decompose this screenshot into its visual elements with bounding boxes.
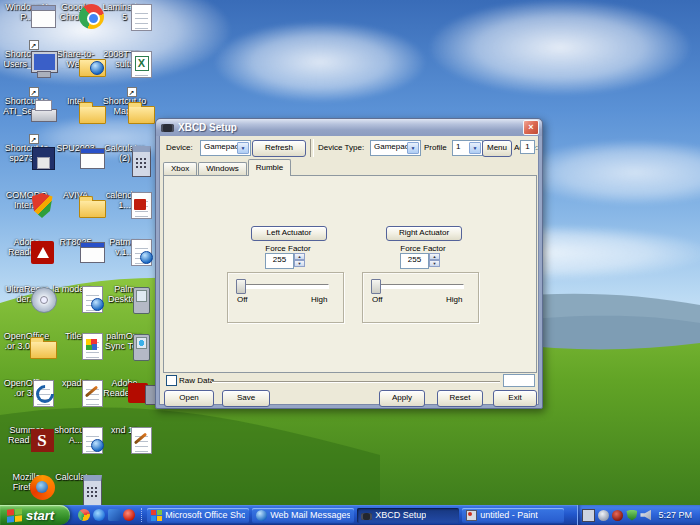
quicklaunch-opera-icon[interactable] bbox=[123, 509, 135, 521]
windows-logo-icon bbox=[7, 508, 22, 522]
icon-calculator-2[interactable]: Calculator (2) bbox=[101, 144, 148, 190]
spin-down-icon[interactable]: ▼ bbox=[429, 260, 440, 267]
gamepad-icon bbox=[161, 124, 174, 132]
icon-aviva-folder[interactable]: AVIVA bbox=[52, 191, 99, 237]
icon-xpad-3[interactable]: xpad 3 bbox=[52, 379, 99, 425]
taskbar: start Microsoft Office Shor... Web Mail … bbox=[0, 505, 700, 525]
icon-openoffice-30[interactable]: OpenOffice.or 3.0 bbox=[3, 379, 50, 425]
icon-calculator[interactable]: Calculator bbox=[52, 473, 99, 505]
spin-down-icon[interactable]: ▼ bbox=[294, 260, 305, 267]
right-slider-min-label: Off bbox=[372, 295, 383, 304]
icon-rt8025[interactable]: RT8025 bbox=[52, 238, 99, 284]
shortcut-arrow-icon bbox=[29, 87, 39, 97]
right-actuator-button[interactable]: Right Actuator bbox=[386, 226, 462, 241]
tray-volume-icon[interactable] bbox=[640, 510, 651, 521]
left-force-factor-spinner[interactable]: ▲▼ bbox=[294, 253, 305, 267]
left-slider-min-label: Off bbox=[237, 295, 248, 304]
tray-antivirus-icon[interactable] bbox=[612, 510, 623, 521]
right-slider-max-label: High bbox=[446, 295, 462, 304]
titlebar[interactable]: XBCD Setup × bbox=[156, 119, 542, 136]
start-button[interactable]: start bbox=[0, 505, 70, 525]
refresh-button[interactable]: Refresh bbox=[252, 140, 306, 157]
task-paint[interactable]: untitled - Paint bbox=[462, 508, 564, 523]
raw-data-checkbox[interactable] bbox=[166, 375, 177, 386]
footer-divider bbox=[212, 381, 500, 383]
status-box bbox=[503, 374, 535, 387]
exit-button[interactable]: Exit bbox=[493, 390, 537, 407]
tray-display-icon[interactable] bbox=[582, 509, 595, 522]
tab-windows[interactable]: Windows bbox=[198, 162, 246, 175]
left-force-factor-label: Force Factor bbox=[258, 244, 318, 253]
apply-button[interactable]: Apply bbox=[379, 390, 425, 407]
quicklaunch-chrome-icon[interactable] bbox=[78, 509, 90, 521]
icon-comodo-internet[interactable]: COMODO Inter... bbox=[3, 191, 50, 237]
left-force-factor-value[interactable]: 255 bbox=[265, 253, 294, 269]
task-label: Microsoft Office Shor... bbox=[165, 510, 245, 520]
left-rumble-slider[interactable] bbox=[237, 284, 329, 289]
icon-shortcut-users[interactable]: Shortcut to Users_000... bbox=[3, 50, 50, 96]
menu-button[interactable]: Menu bbox=[482, 140, 512, 157]
system-tray: 5:27 PM bbox=[577, 505, 700, 525]
icon-shortcut-sp27303[interactable]: Shortcut to sp27303 bbox=[3, 144, 50, 190]
icon-windows-app[interactable]: WindowsXP... bbox=[3, 3, 50, 49]
taskbar-clock: 5:27 PM bbox=[658, 510, 692, 520]
icon-xpad-12[interactable]: xnd 12 bbox=[101, 426, 148, 472]
icon-ultrarecorder[interactable]: UltraRecorder... bbox=[3, 285, 50, 331]
right-force-factor-value[interactable]: 255 bbox=[400, 253, 429, 269]
task-office-shortcut[interactable]: Microsoft Office Shor... bbox=[147, 508, 249, 523]
icon-2008ttresults[interactable]: 2008TTResults bbox=[101, 50, 148, 96]
task-xbcd-setup[interactable]: XBCD Setup bbox=[357, 508, 459, 523]
icon-calendar-1[interactable]: calendar-1... bbox=[101, 191, 148, 237]
icon-spu2003[interactable]: SPU2003 bbox=[52, 144, 99, 190]
left-rumble-slider-thumb[interactable] bbox=[236, 279, 246, 294]
icon-shortcut-ati-setup[interactable]: Shortcut to ATI_Setup... bbox=[3, 97, 50, 143]
quicklaunch-ie-icon[interactable] bbox=[93, 509, 105, 521]
right-rumble-slider[interactable] bbox=[372, 284, 464, 289]
tab-xbox[interactable]: Xbox bbox=[163, 162, 197, 175]
open-button[interactable]: Open bbox=[164, 390, 214, 407]
right-rumble-slider-thumb[interactable] bbox=[371, 279, 381, 294]
icon-lamination-5[interactable]: Lamination 5 bbox=[101, 3, 148, 49]
shortcut-arrow-icon bbox=[29, 40, 39, 50]
reset-button[interactable]: Reset bbox=[437, 390, 483, 407]
dialog-body: Device: Gamepad Refresh Device Type: Gam… bbox=[159, 136, 539, 405]
icon-google-chrome[interactable]: Google Chrome bbox=[52, 3, 99, 49]
icon-titles[interactable]: Titles bbox=[52, 332, 99, 378]
spin-up-icon[interactable]: ▲ bbox=[429, 253, 440, 260]
tray-update-icon[interactable] bbox=[598, 510, 609, 521]
icon-shortcut-a[interactable]: shortcut to A... bbox=[52, 426, 99, 472]
profile-combobox[interactable]: 1 bbox=[452, 140, 483, 156]
spin-up-icon[interactable]: ▲ bbox=[294, 253, 305, 260]
tray-security-icon[interactable] bbox=[626, 510, 637, 521]
icon-palm-desktop[interactable]: Palm Desktop bbox=[101, 285, 148, 331]
profile-label: Profile bbox=[424, 143, 447, 152]
icon-shortcut-maps[interactable]: Shortcut to Maps bbox=[101, 97, 148, 143]
start-button-label: start bbox=[26, 508, 54, 523]
icon-mozilla-firefox[interactable]: Mozilla Firefox bbox=[3, 473, 50, 505]
xbcd-setup-window: XBCD Setup × Device: Gamepad Refresh Dev… bbox=[155, 118, 543, 409]
tab-strip: XboxWindowsRumble bbox=[163, 159, 292, 175]
cloud bbox=[215, 22, 425, 102]
task-webmail[interactable]: Web Mail Messages -... bbox=[252, 508, 354, 523]
icon-adobe-reader-palm[interactable]: Adobe Reader for Palm OS bbox=[101, 379, 148, 425]
icon-la-modest[interactable]: la modest... bbox=[52, 285, 99, 331]
icon-openoffice-folder[interactable]: OpenOffice.or 3.0 (en-US)... bbox=[3, 332, 50, 378]
tab-rumble[interactable]: Rumble bbox=[248, 159, 292, 176]
right-force-factor-spinner[interactable]: ▲▼ bbox=[429, 253, 440, 267]
icon-palmone-sync[interactable]: palmOne Sync Tool bbox=[101, 332, 148, 378]
icon-share-to-web[interactable]: Share-to-Web Upload Folder bbox=[52, 50, 99, 96]
icon-intel-folder[interactable]: Intel bbox=[52, 97, 99, 143]
task-icon bbox=[466, 510, 477, 521]
save-button[interactable]: Save bbox=[222, 390, 270, 407]
quicklaunch-media-icon[interactable] bbox=[108, 509, 120, 521]
task-icon bbox=[256, 510, 267, 521]
cloud bbox=[430, 0, 690, 95]
shortcut-arrow-icon bbox=[29, 134, 39, 144]
icon-summer-read[interactable]: Summer Read A... bbox=[3, 426, 50, 472]
device-type-combobox[interactable]: Gamepad bbox=[370, 140, 421, 156]
device-combobox[interactable]: Gamepad bbox=[200, 140, 251, 156]
icon-patmos[interactable]: Patmos v.1... bbox=[101, 238, 148, 284]
close-icon[interactable]: × bbox=[523, 120, 539, 135]
icon-adobe-reader-9[interactable]: Adobe Reader 9 bbox=[3, 238, 50, 284]
left-actuator-button[interactable]: Left Actuator bbox=[251, 226, 327, 241]
